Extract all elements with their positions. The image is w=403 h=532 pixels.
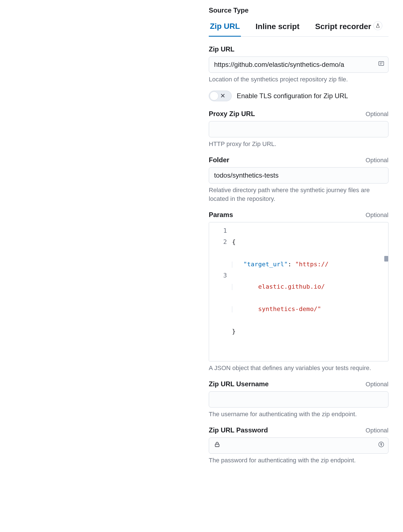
- tab-script-recorder-label: Script recorder: [315, 21, 371, 32]
- optional-tag: Optional: [366, 110, 388, 119]
- tls-toggle-row: ✕ Enable TLS configuration for Zip URL: [209, 91, 388, 101]
- svg-rect-3: [215, 444, 219, 447]
- source-type-tabs: Zip URL Inline script Script recorder: [209, 20, 388, 37]
- field-zip-password: Zip URL Password Optional The password f…: [209, 425, 388, 465]
- zip-url-input[interactable]: [209, 57, 388, 73]
- tls-toggle-label: Enable TLS configuration for Zip URL: [237, 91, 348, 101]
- code-token: "target_url": [243, 261, 288, 268]
- svg-rect-0: [379, 62, 384, 65]
- label-proxy-zip-url: Proxy Zip URL: [209, 109, 255, 119]
- help-proxy-zip-url: HTTP proxy for Zip URL.: [209, 140, 388, 149]
- beaker-icon: [373, 21, 382, 30]
- optional-tag: Optional: [366, 380, 388, 389]
- scrollbar[interactable]: [382, 222, 388, 361]
- optional-tag: Optional: [366, 156, 388, 165]
- label-zip-password: Zip URL Password: [209, 425, 268, 435]
- params-code-editor[interactable]: 1 2 3 { "target_url": "https:// elastic.…: [209, 222, 388, 361]
- optional-tag: Optional: [366, 211, 388, 220]
- code-token: elastic.github.io/: [258, 283, 325, 290]
- tls-toggle[interactable]: ✕: [209, 91, 232, 101]
- form-icon: [378, 60, 385, 69]
- lock-icon: [214, 441, 221, 450]
- line-number: 3: [209, 270, 227, 281]
- tab-script-recorder[interactable]: Script recorder: [314, 21, 383, 36]
- code-token: }: [232, 328, 236, 335]
- help-zip-password: The password for authenticating with the…: [209, 456, 388, 465]
- line-number: 2: [209, 236, 227, 248]
- svg-point-5: [381, 443, 382, 444]
- label-folder: Folder: [209, 155, 229, 165]
- field-params: Params Optional 1 2 3 { "target_url": "h…: [209, 210, 388, 373]
- code-token: synthetics-demo/": [258, 305, 321, 312]
- code-token: "https://: [295, 261, 328, 268]
- field-zip-url: Zip URL Location of the synthetics proje…: [209, 44, 388, 84]
- key-icon[interactable]: [378, 441, 385, 450]
- proxy-zip-url-input[interactable]: [209, 121, 388, 137]
- help-folder: Relative directory path where the synthe…: [209, 186, 388, 204]
- code-token: {: [232, 238, 236, 245]
- source-type-form: Source Type Zip URL Inline script Script…: [209, 6, 388, 471]
- label-zip-url: Zip URL: [209, 44, 234, 54]
- help-params: A JSON object that defines any variables…: [209, 364, 388, 373]
- optional-tag: Optional: [366, 426, 388, 435]
- line-number: 1: [209, 225, 227, 236]
- folder-input[interactable]: [209, 167, 388, 183]
- section-heading-source-type: Source Type: [209, 6, 388, 15]
- code-gutter: 1 2 3: [209, 222, 231, 361]
- code-token: :: [288, 261, 295, 268]
- close-icon: ✕: [220, 93, 225, 99]
- field-proxy-zip-url: Proxy Zip URL Optional HTTP proxy for Zi…: [209, 109, 388, 149]
- help-zip-url: Location of the synthetics project repos…: [209, 75, 388, 84]
- field-zip-username: Zip URL Username Optional The username f…: [209, 379, 388, 419]
- label-params: Params: [209, 210, 233, 220]
- field-folder: Folder Optional Relative directory path …: [209, 155, 388, 204]
- help-zip-username: The username for authenticating with the…: [209, 410, 388, 419]
- tab-zip-url[interactable]: Zip URL: [209, 21, 241, 37]
- label-zip-username: Zip URL Username: [209, 379, 269, 389]
- toggle-thumb: [210, 91, 219, 100]
- code-body[interactable]: { "target_url": "https:// elastic.github…: [231, 222, 388, 361]
- zip-password-input[interactable]: [209, 437, 388, 454]
- zip-username-input[interactable]: [209, 391, 388, 408]
- tab-inline-script[interactable]: Inline script: [254, 21, 300, 36]
